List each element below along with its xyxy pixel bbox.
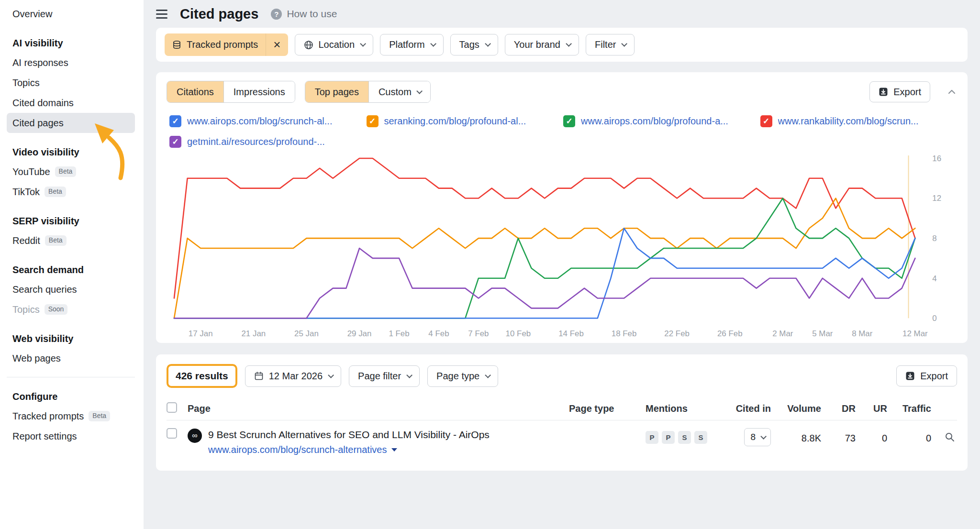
tab-custom-label: Custom [379,87,412,98]
sidebar-item-cited-pages[interactable]: Cited pages [7,113,135,133]
sidebar-item-topics[interactable]: Topics [7,73,135,93]
calendar-icon [254,371,264,381]
how-to-use-link[interactable]: ? How to use [271,8,337,20]
sidebar-item-report-settings[interactable]: Report settings [7,426,135,446]
filter-dropdown-location[interactable]: Location [295,34,374,55]
column-header-page[interactable]: Page [188,403,569,414]
column-header-mentions[interactable]: Mentions [646,403,717,414]
legend-item: ✓seranking.com/blog/profound-al... [367,115,564,127]
page-url-text: www.airops.com/blog/scrunch-alternatives [208,444,387,455]
metric-toggle: Citations Impressions [167,81,295,103]
filter-dropdown-platform[interactable]: Platform [380,34,443,55]
page-type-dropdown[interactable]: Page type [427,365,498,387]
legend-label[interactable]: www.rankability.com/blog/scrun... [778,116,919,127]
sidebar-item-tiktok[interactable]: TikTokBeta [7,182,135,202]
export-results-button[interactable]: Export [896,365,957,386]
checkbox-checked-icon[interactable]: ✓ [169,136,181,148]
sidebar-item-label: Topics [12,304,40,315]
mention-badge: P [646,431,658,444]
sidebar-nav: OverviewAI visibilityAI responsesTopicsC… [0,4,144,446]
sidebar-item-tracked-prompts[interactable]: Tracked promptsBeta [7,406,135,426]
checkbox-checked-icon[interactable]: ✓ [169,115,181,127]
sidebar-item-label: Tracked prompts [12,411,84,422]
ur-cell: 0 [856,428,887,444]
table-header: PagePage typeMentionsCited inVolumeDRURT… [167,397,957,420]
filter-dropdown-filter[interactable]: Filter [586,34,635,55]
chart-legend: ✓www.airops.com/blog/scrunch-al...✓seran… [167,115,957,148]
checkbox-checked-icon[interactable]: ✓ [760,115,772,127]
legend-label[interactable]: getmint.ai/resources/profound-... [187,136,325,147]
chart-toolbar: Citations Impressions Top pages Custom E… [167,81,957,103]
page-url-link[interactable]: www.airops.com/blog/scrunch-alternatives [208,444,490,455]
volume-cell: 8.8K [771,428,821,444]
search-icon[interactable] [945,432,955,442]
sidebar-item-cited-domains[interactable]: Cited domains [7,93,135,113]
y-tick-label: 4 [932,274,936,283]
date-picker[interactable]: 12 Mar 2026 [245,365,341,387]
tracked-prompts-filter[interactable]: Tracked prompts [165,33,266,56]
globe-icon [304,40,313,50]
sidebar-item-reddit[interactable]: RedditBeta [7,231,135,251]
results-count: 426 results [167,364,237,388]
sidebar-item-web-pages[interactable]: Web pages [7,348,135,368]
mention-badge: S [694,431,707,444]
x-tick-label: 22 Feb [664,329,690,338]
sidebar-item-search-queries[interactable]: Search queries [7,279,135,299]
export-chart-button[interactable]: Export [869,81,930,102]
series-line-seranking-com-blog-profound-al [174,198,915,319]
x-tick-label: 4 Feb [428,329,449,338]
legend-label[interactable]: www.airops.com/blog/profound-a... [581,116,728,127]
sidebar-section-ai-visibility: AI visibility [7,35,135,51]
legend-item: ✓www.airops.com/blog/scrunch-al... [169,115,367,127]
legend-label[interactable]: www.airops.com/blog/scrunch-al... [187,116,332,127]
column-header-ur[interactable]: UR [856,403,887,414]
column-header-traffic[interactable]: Traffic [887,403,931,414]
menu-icon[interactable] [156,10,167,19]
page-filter-label: Page filter [358,371,401,382]
remove-filter-button[interactable]: × [266,33,288,56]
checkbox-checked-icon[interactable]: ✓ [367,115,379,127]
x-tick-label: 7 Feb [468,329,489,338]
column-header-page-type[interactable]: Page type [569,403,646,414]
page-filter-dropdown[interactable]: Page filter [349,365,420,387]
sidebar-section-web-visibility: Web visibility [7,331,135,346]
chart-card: Citations Impressions Top pages Custom E… [156,72,968,343]
tab-impressions[interactable]: Impressions [223,81,295,102]
cited-in-select[interactable]: 8 [744,428,771,446]
sidebar-item-youtube[interactable]: YouTubeBeta [7,162,135,182]
column-header-volume[interactable]: Volume [771,403,821,414]
column-header-cited-in[interactable]: Cited in [717,403,771,414]
filter-dropdown-label: Location [319,39,355,50]
site-favicon: ∞ [188,429,202,443]
export-label: Export [920,371,948,382]
checkbox-checked-icon[interactable]: ✓ [563,115,575,127]
sidebar-item-overview[interactable]: Overview [7,4,135,24]
tab-custom[interactable]: Custom [368,81,430,102]
sidebar-item-ai-responses[interactable]: AI responses [7,53,135,73]
row-checkbox[interactable] [167,428,177,439]
x-tick-label: 8 Mar [852,329,873,338]
tab-top-pages[interactable]: Top pages [305,81,368,102]
select-all-checkbox[interactable] [167,402,177,413]
question-icon: ? [271,9,282,20]
tab-citations[interactable]: Citations [167,81,223,102]
series-line-getmint-ai-resources-profound [174,248,915,318]
caret-down-icon[interactable] [391,448,397,452]
filter-dropdown-your-brand[interactable]: Your brand [505,34,579,55]
chevron-down-icon [328,372,334,378]
sidebar-item-label: Search queries [12,284,77,295]
filter-dropdown-tags[interactable]: Tags [450,34,498,55]
sidebar-item-label: Report settings [12,431,77,442]
sidebar-item-topics[interactable]: TopicsSoon [7,299,135,320]
chevron-down-icon [622,41,628,47]
tracked-prompts-label: Tracked prompts [187,39,258,50]
cited-in-value: 8 [750,432,756,442]
legend-label[interactable]: seranking.com/blog/profound-al... [384,116,526,127]
chevron-down-icon [360,41,366,47]
export-icon [879,87,888,97]
column-header-dr[interactable]: DR [821,403,856,414]
x-tick-label: 5 Mar [812,329,833,338]
y-tick-label: 12 [932,194,941,203]
chevron-down-icon [566,41,572,47]
collapse-chart-button[interactable] [947,87,957,97]
